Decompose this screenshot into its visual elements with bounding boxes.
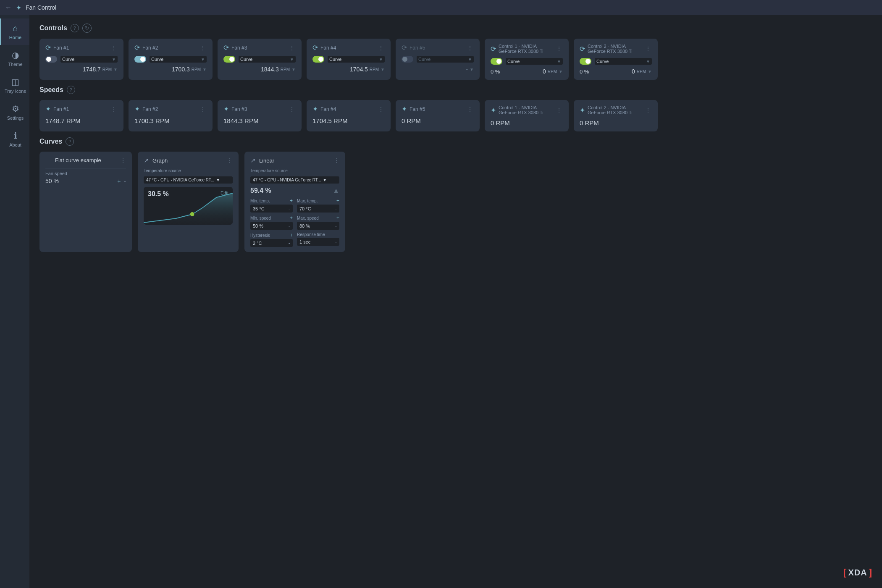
min-temp-minus-button[interactable]: - — [289, 205, 290, 212]
max-speed-add-button[interactable]: + — [336, 215, 339, 221]
max-temp-minus-button[interactable]: - — [335, 205, 337, 212]
speeds-help-button[interactable]: ? — [67, 86, 75, 94]
control-card-fan3-header: ⟳ Fan #3 ⋮ — [223, 44, 296, 52]
min-speed-add-button[interactable]: + — [290, 215, 293, 221]
ctrl2-menu[interactable]: ⋮ — [644, 45, 652, 52]
speed-ctrl2-menu[interactable]: ⋮ — [644, 107, 652, 113]
speed-card-ctrl1: ✦ Control 1 - NVIDIA GeForce RTX 3080 Ti… — [485, 100, 569, 131]
fan4-toggle[interactable] — [312, 56, 324, 63]
linear-fields: Min. temp. + 35 °C - Max. temp. + — [250, 198, 339, 247]
fan1-toggle[interactable] — [45, 56, 57, 63]
response-time-minus-button[interactable]: - — [335, 239, 337, 245]
linear-hysteresis-field: Hysteresis + 2 °C - — [250, 232, 293, 247]
linear-curve-menu[interactable]: ⋮ — [333, 157, 339, 164]
flat-curve-add-button[interactable]: + — [117, 178, 121, 184]
ctrl1-dropdown[interactable]: Curve ▼ — [506, 58, 563, 65]
speed-fan1-header: ✦ Fan #1 ⋮ — [45, 105, 118, 113]
linear-temp-dropdown[interactable]: 47 °C - GPU - NVIDIA GeForce RT... ▼ — [250, 176, 339, 184]
fan5-toggle[interactable] — [402, 56, 413, 63]
app-title: Fan Control — [26, 4, 56, 11]
max-temp-add-button[interactable]: + — [336, 198, 339, 204]
ctrl2-toggle[interactable] — [580, 58, 591, 65]
ctrl1-menu[interactable]: ⋮ — [555, 45, 563, 52]
speed-ctrl2-value: 0 RPM — [580, 119, 652, 126]
speed-fan1-menu[interactable]: ⋮ — [110, 106, 118, 113]
fan5-control-menu[interactable]: ⋮ — [466, 45, 474, 51]
speed-fan5-menu[interactable]: ⋮ — [466, 106, 474, 113]
fan4-control-row: Curve ▼ — [312, 56, 385, 63]
speed-fan4-menu[interactable]: ⋮ — [377, 106, 385, 113]
back-button[interactable]: ← — [5, 4, 12, 11]
fan4-dropdown[interactable]: Curve ▼ — [328, 56, 385, 63]
controls-title: Controls — [39, 24, 67, 32]
min-speed-minus-button[interactable]: - — [289, 223, 290, 229]
speed-card-fan1: ✦ Fan #1 ⋮ 1748.7 RPM — [39, 100, 123, 131]
graph-percent: 30.5 % — [148, 190, 169, 198]
min-temp-add-button[interactable]: + — [290, 198, 293, 204]
flat-curve-minus-button[interactable]: - — [124, 178, 126, 184]
sidebar-item-about[interactable]: ℹ About — [0, 126, 29, 152]
speed-fan2-menu[interactable]: ⋮ — [199, 106, 207, 113]
ctrl1-stats-row: 0 % 0 RPM ▼ — [491, 68, 563, 75]
max-temp-label: Max. temp. — [297, 199, 318, 203]
fan2-dropdown[interactable]: Curve ▼ — [150, 56, 207, 63]
control-card-fan2: ⟳ Fan #2 ⋮ Curve ▼ - 1700.3 RPM ▼ — [129, 39, 213, 80]
fan1-control-menu[interactable]: ⋮ — [110, 45, 118, 51]
flat-curve-menu[interactable]: ⋮ — [120, 157, 126, 164]
speed-ctrl1-menu[interactable]: ⋮ — [555, 107, 563, 113]
max-speed-minus-button[interactable]: - — [335, 223, 337, 229]
linear-collapse-button[interactable]: ▲ — [333, 187, 339, 194]
fan1-dropdown[interactable]: Curve ▼ — [60, 56, 118, 63]
hysteresis-add-button[interactable]: + — [290, 232, 293, 238]
about-icon: ℹ — [14, 131, 17, 141]
speed-fan4-header: ✦ Fan #4 ⋮ — [312, 105, 385, 113]
sidebar-item-about-label: About — [9, 142, 21, 147]
speed-fan3-menu[interactable]: ⋮ — [288, 106, 296, 113]
ctrl2-icon: ⟳ — [580, 45, 585, 53]
fan2-control-menu[interactable]: ⋮ — [199, 45, 207, 51]
ctrl1-icon: ⟳ — [491, 45, 496, 53]
max-speed-value: 80 % — [299, 223, 310, 228]
graph-curve-menu[interactable]: ⋮ — [227, 157, 233, 164]
graph-temp-value: 47 °C - GPU - NVIDIA GeForce RT... — [146, 178, 214, 182]
min-speed-value: 50 % — [253, 223, 263, 228]
graph-area: 30.5 % Edit — [144, 187, 233, 225]
xda-logo: [ XDA ] — [843, 567, 872, 578]
sidebar-item-settings[interactable]: ⚙ Settings — [0, 99, 29, 126]
speed-card-fan2: ✦ Fan #2 ⋮ 1700.3 RPM — [129, 100, 213, 131]
fan5-dropdown[interactable]: Curve ▼ — [417, 56, 474, 63]
flat-curve-fan-speed-label: Fan speed — [45, 171, 126, 176]
curves-help-button[interactable]: ? — [66, 137, 74, 146]
fan2-toggle[interactable] — [134, 56, 146, 63]
flat-curve-header: — Flat curve example ⋮ — [45, 157, 126, 164]
controls-help-button[interactable]: ? — [71, 24, 79, 32]
graph-curve-title: Graph — [152, 158, 223, 164]
sidebar-item-theme[interactable]: ◑ Theme — [0, 45, 29, 72]
sidebar-item-home[interactable]: ⌂ Home — [0, 18, 29, 45]
main-content: Controls ? ↻ ⟳ Fan #1 ⋮ Curve ▼ — [29, 15, 882, 588]
flat-curve-value: 50 % — [45, 178, 59, 184]
xda-bracket-right: ] — [869, 567, 872, 578]
hysteresis-minus-button[interactable]: - — [289, 240, 290, 246]
controls-refresh-button[interactable]: ↻ — [82, 24, 92, 33]
sidebar-item-tray-icons[interactable]: ◫ Tray Icons — [0, 72, 29, 99]
control-card-fan4-header: ⟳ Fan #4 ⋮ — [312, 44, 385, 52]
fan3-dropdown[interactable]: Curve ▼ — [239, 56, 296, 63]
speed-fan5-value: 0 RPM — [402, 117, 474, 124]
graph-edit-button[interactable]: Edit — [220, 190, 228, 195]
fan3-toggle[interactable] — [223, 56, 235, 63]
graph-curve-header: ↗ Graph ⋮ — [144, 157, 233, 164]
graph-curve-card: ↗ Graph ⋮ Temperature source 47 °C - GPU… — [138, 152, 239, 252]
ctrl1-toggle[interactable] — [491, 58, 502, 65]
max-speed-label: Max. speed — [297, 216, 319, 220]
ctrl1-control-row: Curve ▼ — [491, 58, 563, 65]
linear-curve-header: ↗ Linear ⋮ — [250, 157, 339, 164]
linear-curve-card: ↗ Linear ⋮ Temperature source 47 °C - GP… — [244, 152, 345, 252]
fan3-control-menu[interactable]: ⋮ — [288, 45, 296, 51]
graph-temp-dropdown[interactable]: 47 °C - GPU - NVIDIA GeForce RT... ▼ — [144, 176, 233, 184]
theme-icon: ◑ — [12, 50, 19, 60]
speed-fan3-value: 1844.3 RPM — [223, 117, 296, 124]
fan4-control-menu[interactable]: ⋮ — [377, 45, 385, 51]
ctrl2-dropdown[interactable]: Curve ▼ — [595, 58, 652, 65]
min-temp-value: 35 °C — [253, 206, 265, 211]
